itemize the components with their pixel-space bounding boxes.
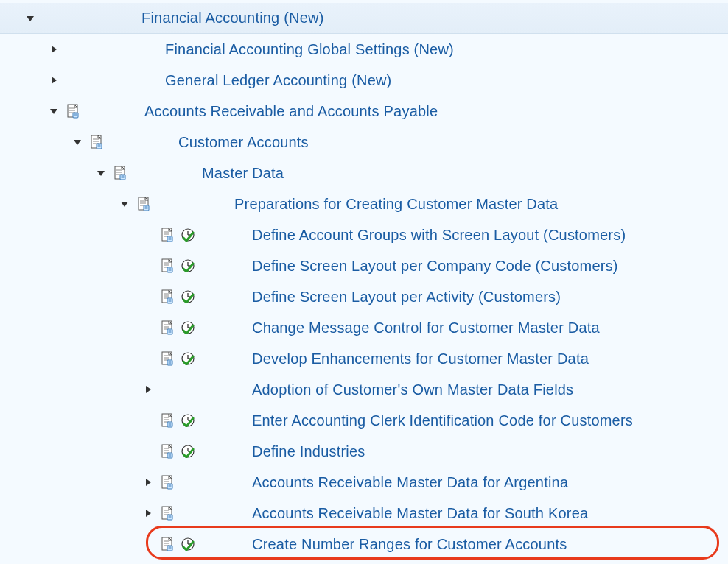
expand-arrow-icon	[140, 412, 156, 429]
tree-node-label[interactable]: Define Industries	[252, 443, 365, 460]
tree-node-label[interactable]: Accounts Receivable Master Data for Sout…	[252, 505, 588, 522]
expand-arrow-icon	[140, 227, 156, 243]
expand-arrow-icon	[140, 536, 156, 552]
expand-arrow-icon[interactable]	[116, 196, 133, 212]
expand-arrow-icon	[140, 350, 156, 367]
activity-clock-icon[interactable]	[180, 320, 196, 336]
activity-clock-icon	[180, 505, 196, 521]
tree-node-label[interactable]: Accounts Receivable and Accounts Payable	[144, 103, 438, 120]
document-icon	[159, 536, 175, 552]
activity-clock-icon[interactable]	[180, 412, 196, 429]
activity-clock-icon[interactable]	[180, 443, 196, 459]
tree-node[interactable]: Accounts Receivable Master Data for Arge…	[0, 467, 728, 498]
expand-arrow-icon[interactable]	[140, 474, 156, 490]
tree-node-label[interactable]: General Ledger Accounting (New)	[165, 72, 391, 89]
activity-clock-icon	[180, 474, 196, 490]
tree-node-label[interactable]: Adoption of Customer's Own Master Data F…	[252, 381, 573, 398]
tree-node[interactable]: Customer Accounts	[0, 127, 728, 158]
tree-node-label[interactable]: Customer Accounts	[178, 134, 309, 151]
expand-arrow-icon[interactable]	[93, 165, 109, 181]
expand-arrow-icon[interactable]	[69, 134, 85, 150]
tree-node[interactable]: Define Industries	[0, 436, 728, 467]
document-icon	[159, 227, 175, 243]
activity-clock-icon[interactable]	[180, 227, 196, 243]
activity-clock-icon	[180, 381, 196, 398]
expand-arrow-icon[interactable]	[140, 505, 156, 521]
tree-node-label[interactable]: Financial Accounting Global Settings (Ne…	[165, 41, 454, 58]
expand-arrow-icon[interactable]	[22, 10, 38, 27]
tree-node-label[interactable]: Preparations for Creating Customer Maste…	[234, 196, 558, 213]
expand-arrow-icon[interactable]	[46, 41, 62, 57]
tree-node[interactable]: General Ledger Accounting (New)	[0, 65, 728, 96]
tree-node-label[interactable]: Change Message Control for Customer Mast…	[252, 320, 600, 336]
expand-arrow-icon[interactable]	[140, 381, 156, 398]
tree-node[interactable]: Enter Accounting Clerk Identification Co…	[0, 405, 728, 436]
document-icon	[65, 103, 81, 119]
document-icon	[159, 474, 175, 490]
document-icon	[159, 289, 175, 305]
tree-node-label[interactable]: Define Screen Layout per Activity (Custo…	[252, 289, 561, 306]
document-icon	[159, 412, 175, 429]
document-icon	[159, 320, 175, 336]
tree-node-label[interactable]: Create Number Ranges for Customer Accoun…	[252, 536, 567, 553]
tree-node[interactable]: Financial Accounting Global Settings (Ne…	[0, 34, 728, 65]
document-icon	[159, 443, 175, 459]
tree-node[interactable]: Define Account Groups with Screen Layout…	[0, 219, 728, 250]
tree-node-label[interactable]: Financial Accounting (New)	[141, 10, 324, 27]
activity-clock-icon[interactable]	[180, 258, 196, 274]
tree-node-label[interactable]: Develop Enhancements for Customer Master…	[252, 350, 589, 367]
expand-arrow-icon	[140, 258, 156, 274]
activity-clock-icon[interactable]	[180, 289, 196, 305]
document-icon	[88, 134, 105, 150]
tree-node-label[interactable]: Enter Accounting Clerk Identification Co…	[252, 412, 633, 429]
tree-node[interactable]: Adoption of Customer's Own Master Data F…	[0, 374, 728, 405]
expand-arrow-icon	[140, 320, 156, 336]
expand-arrow-icon[interactable]	[46, 72, 62, 88]
document-icon	[159, 381, 175, 398]
document-icon	[159, 505, 175, 521]
activity-clock-icon[interactable]	[180, 536, 196, 552]
expand-arrow-icon[interactable]	[46, 103, 62, 119]
expand-arrow-icon	[140, 289, 156, 305]
tree-node[interactable]: Accounts Receivable and Accounts Payable	[0, 96, 728, 127]
tree-node[interactable]: Accounts Receivable Master Data for Sout…	[0, 498, 728, 529]
document-icon	[159, 350, 175, 367]
tree-node[interactable]: Preparations for Creating Customer Maste…	[0, 188, 728, 219]
tree-node[interactable]: Develop Enhancements for Customer Master…	[0, 343, 728, 374]
activity-clock-icon[interactable]	[180, 350, 196, 367]
tree-node[interactable]: Master Data	[0, 158, 728, 188]
expand-arrow-icon	[140, 443, 156, 459]
tree-node-root[interactable]: Financial Accounting (New)	[0, 3, 728, 34]
document-icon	[112, 165, 128, 181]
img-tree: Financial Accounting (New) Financial Acc…	[0, 0, 728, 564]
tree-node-label[interactable]: Accounts Receivable Master Data for Arge…	[252, 474, 568, 491]
tree-node-label[interactable]: Define Account Groups with Screen Layout…	[252, 227, 626, 244]
tree-node-label[interactable]: Master Data	[202, 165, 284, 182]
tree-node-label[interactable]: Define Screen Layout per Company Code (C…	[252, 258, 618, 275]
document-icon	[136, 196, 152, 212]
tree-node[interactable]: Create Number Ranges for Customer Accoun…	[0, 529, 728, 560]
document-icon	[159, 258, 175, 274]
tree-node[interactable]: Define Screen Layout per Activity (Custo…	[0, 281, 728, 312]
tree-node[interactable]: Define Screen Layout per Company Code (C…	[0, 250, 728, 281]
tree-node[interactable]: Change Message Control for Customer Mast…	[0, 312, 728, 343]
